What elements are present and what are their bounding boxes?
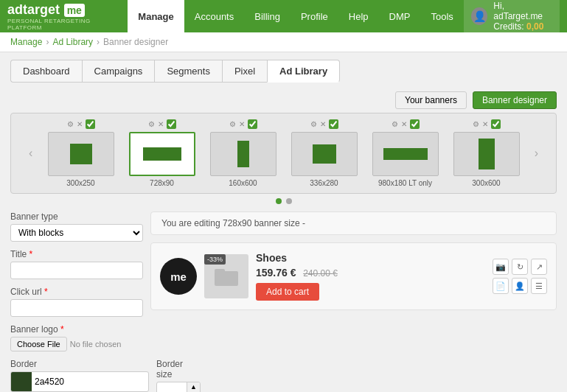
banner-size-label: 300x600 bbox=[472, 179, 500, 187]
banner-size-label: 300x250 bbox=[66, 179, 94, 187]
editing-note: You are editing 728x90 banner size - bbox=[150, 211, 557, 235]
tab-adlibrary[interactable]: Ad Library bbox=[267, 60, 340, 83]
preview-icon-1[interactable]: 📷 bbox=[493, 259, 509, 275]
settings-icon: ⚙ bbox=[473, 120, 479, 128]
banner-toolbar: Your banners Banner designer bbox=[10, 91, 557, 109]
banner-type-select[interactable]: With blocks bbox=[10, 224, 143, 242]
border-color-swatch[interactable] bbox=[11, 372, 32, 391]
user-greeting: Hi, adTarget.me bbox=[493, 1, 552, 21]
tab-segments[interactable]: Segments bbox=[154, 60, 222, 83]
banner-checkbox[interactable] bbox=[86, 119, 95, 129]
click-url-input[interactable] bbox=[10, 299, 143, 317]
click-url-label: Click url * bbox=[10, 287, 143, 297]
user-avatar: 👤 bbox=[471, 7, 488, 25]
settings-icon: ⚙ bbox=[392, 120, 398, 128]
preview-icon-3[interactable]: ↗ bbox=[531, 259, 547, 275]
banner-items: ⚙ ✕ 300x250 ⚙ ✕ 728x90 bbox=[40, 119, 526, 187]
preview-logo: me bbox=[160, 258, 197, 295]
click-url-group: Click url * bbox=[10, 287, 143, 317]
file-name: No file chosen bbox=[70, 340, 122, 349]
banner-item-300x250[interactable]: ⚙ ✕ 300x250 bbox=[44, 119, 118, 187]
settings-icon: ⚙ bbox=[229, 120, 236, 128]
preview-icon-2[interactable]: ↻ bbox=[512, 259, 528, 275]
banner-size-label: 980x180 LT only bbox=[378, 179, 432, 187]
banner-checkbox[interactable] bbox=[491, 119, 501, 129]
nav-manage[interactable]: Manage bbox=[128, 0, 184, 32]
close-icon[interactable]: ✕ bbox=[401, 120, 407, 128]
nav-billing[interactable]: Billing bbox=[244, 0, 291, 32]
user-info: 👤 Hi, adTarget.me Credits: 0,00 bbox=[464, 0, 560, 35]
banner-size-label: 728x90 bbox=[150, 179, 174, 187]
breadcrumb-adlibrary[interactable]: Ad Library bbox=[52, 37, 93, 47]
dot-2[interactable] bbox=[286, 198, 292, 204]
banner-checkbox[interactable] bbox=[248, 119, 257, 129]
choose-file-button[interactable]: Choose File bbox=[10, 337, 67, 351]
banner-type-label: Banner type bbox=[10, 211, 143, 222]
banner-item-980x180[interactable]: ⚙ ✕ 980x180 LT only bbox=[369, 119, 442, 187]
green-block bbox=[479, 139, 495, 169]
green-block bbox=[383, 148, 428, 160]
banner-preview bbox=[291, 132, 358, 176]
discount-badge: -33% bbox=[204, 254, 226, 265]
breadcrumb: Manage › Ad Library › Banner designer bbox=[0, 32, 567, 52]
preview-icon-5[interactable]: 👤 bbox=[512, 278, 528, 294]
right-panel: You are editing 728x90 banner size - me … bbox=[150, 211, 557, 392]
tab-dashboard[interactable]: Dashboard bbox=[10, 60, 82, 83]
settings-icon: ⚙ bbox=[148, 120, 155, 128]
product-original-price: 240.00 € bbox=[303, 268, 338, 279]
nav-help[interactable]: Help bbox=[338, 0, 379, 32]
close-icon[interactable]: ✕ bbox=[77, 120, 83, 128]
banner-designer-button[interactable]: Banner designer bbox=[473, 91, 557, 109]
border-group: Border 2a4520 bbox=[10, 359, 149, 392]
banner-item-160x600[interactable]: ⚙ ✕ 160x600 bbox=[206, 119, 280, 187]
file-input-wrap: Choose File No file chosen bbox=[10, 337, 143, 351]
close-icon[interactable]: ✕ bbox=[158, 120, 164, 128]
banner-checkbox[interactable] bbox=[167, 119, 176, 129]
close-icon[interactable]: ✕ bbox=[320, 120, 326, 128]
tab-campaigns[interactable]: Campaigns bbox=[82, 60, 155, 83]
settings-icon: ⚙ bbox=[67, 120, 74, 128]
carousel-prev[interactable]: ‹ bbox=[26, 147, 35, 160]
banner-item-728x90[interactable]: ⚙ ✕ 728x90 bbox=[125, 119, 199, 187]
green-block bbox=[237, 141, 249, 167]
tab-pixel[interactable]: Pixel bbox=[222, 60, 267, 83]
preview-icon-4[interactable]: 📄 bbox=[493, 278, 509, 294]
nav-tools[interactable]: Tools bbox=[420, 0, 463, 32]
preview-product: Shoes 159.76 € 240.00 € Add to cart bbox=[256, 252, 485, 301]
banner-preview bbox=[453, 132, 520, 176]
logo: adtarget me Personal Retargeting Platfor… bbox=[7, 2, 120, 31]
settings-icon: ⚙ bbox=[310, 120, 317, 128]
banner-checkbox[interactable] bbox=[329, 119, 338, 129]
title-input[interactable] bbox=[10, 262, 143, 279]
top-nav: adtarget me Personal Retargeting Platfor… bbox=[0, 0, 567, 32]
your-banners-button[interactable]: Your banners bbox=[395, 91, 467, 109]
carousel-next[interactable]: › bbox=[532, 147, 541, 160]
nav-dmp[interactable]: DMP bbox=[379, 0, 421, 32]
credits-value: 0,00 bbox=[526, 21, 543, 32]
green-block bbox=[313, 144, 336, 164]
logo-tagline: Personal Retargeting Platform bbox=[7, 18, 120, 31]
green-block bbox=[70, 144, 92, 164]
banner-item-336x280[interactable]: ⚙ ✕ 336x280 bbox=[288, 119, 361, 187]
nav-accounts[interactable]: Accounts bbox=[184, 0, 244, 32]
svg-rect-0 bbox=[215, 271, 238, 286]
banner-checkbox[interactable] bbox=[410, 119, 420, 129]
banner-preview bbox=[372, 132, 439, 176]
banner-item-300x600[interactable]: ⚙ ✕ 300x600 bbox=[450, 119, 523, 187]
banner-controls: ⚙ ✕ bbox=[148, 119, 176, 129]
price-row: 159.76 € 240.00 € bbox=[256, 267, 485, 279]
border-color-input: 2a4520 bbox=[10, 371, 149, 392]
nav-profile[interactable]: Profile bbox=[291, 0, 338, 32]
border-row: Border 2a4520 Border size 1px ▲ ▼ bbox=[10, 359, 143, 392]
close-icon[interactable]: ✕ bbox=[482, 120, 488, 128]
banner-size-label: 336x280 bbox=[310, 179, 338, 187]
preview-icon-6[interactable]: ☰ bbox=[531, 278, 547, 294]
breadcrumb-manage[interactable]: Manage bbox=[10, 37, 42, 47]
dot-1[interactable] bbox=[276, 198, 282, 204]
close-icon[interactable]: ✕ bbox=[239, 120, 245, 128]
banner-preview bbox=[48, 132, 114, 176]
add-to-cart-button[interactable]: Add to cart bbox=[256, 283, 319, 301]
banner-controls: ⚙ ✕ bbox=[473, 119, 501, 129]
preview-icons: 📷 ↻ ↗ 📄 👤 ☰ bbox=[493, 259, 547, 294]
border-color-text[interactable]: 2a4520 bbox=[32, 374, 148, 390]
